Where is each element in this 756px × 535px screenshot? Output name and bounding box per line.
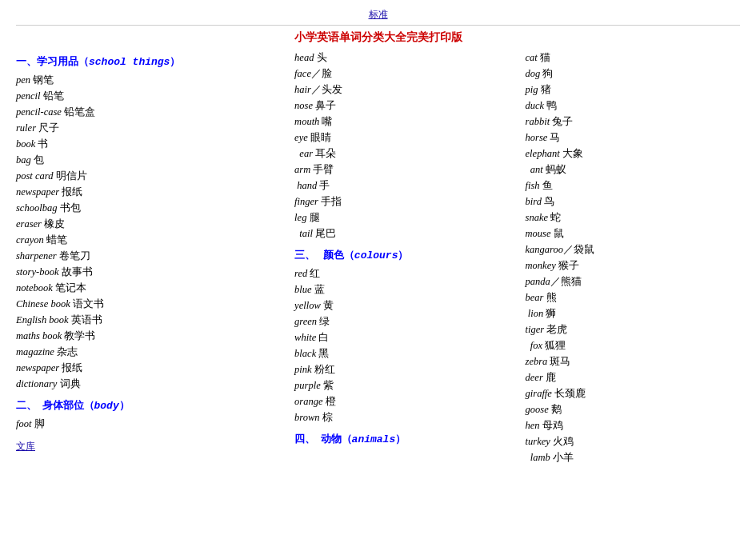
list-item: white 白 <box>294 329 509 345</box>
list-item: tiger 老虎 <box>526 321 740 337</box>
list-item: turkey 火鸡 <box>526 433 740 449</box>
col2-colours-header: 三、 颜色（colours） <box>294 248 509 262</box>
list-item: duck 鸭 <box>526 98 740 114</box>
bottom-link[interactable]: 文库 <box>16 440 278 453</box>
col1-section-body: 二、 身体部位（body） foot 脚 <box>16 398 278 432</box>
list-item: snake 蛇 <box>526 210 740 226</box>
col1-section-school: 一、学习用品（school things） pen 钢笔 pencil 铅笔 p… <box>16 54 278 392</box>
list-item: fish 鱼 <box>526 178 740 194</box>
list-item: tail 尾巴 <box>294 226 509 242</box>
list-item: bear 熊 <box>526 289 740 305</box>
list-item: mouth 嘴 <box>294 114 509 130</box>
list-item: hen 母鸡 <box>526 417 740 433</box>
list-item: eraser 橡皮 <box>16 216 278 232</box>
list-item: pencil 铅笔 <box>16 88 278 104</box>
top-bar: 标准 <box>16 8 740 26</box>
list-item: green 绿 <box>294 313 509 329</box>
col3-animals-items: cat 猫 dog 狗 pig 猪 duck 鸭 rabbit 兔子 horse… <box>526 50 740 465</box>
list-item: blue 蓝 <box>294 281 509 297</box>
list-item: elephant 大象 <box>526 146 740 162</box>
list-item: face／脸 <box>294 66 509 82</box>
list-item: bag 包 <box>16 152 278 168</box>
list-item: orange 橙 <box>294 393 509 409</box>
list-item: notebook 笔记本 <box>16 280 278 296</box>
list-item: newspaper 报纸 <box>16 184 278 200</box>
list-item: pig 猪 <box>526 82 740 98</box>
list-item: magazine 杂志 <box>16 344 278 360</box>
list-item: monkey 猴子 <box>526 258 740 273</box>
list-item: giraffe 长颈鹿 <box>526 385 740 401</box>
list-item: lion 狮 <box>526 305 740 321</box>
col2-section-colours: 三、 颜色（colours） red 红 blue 蓝 yellow 黄 gre… <box>294 248 509 425</box>
col2-section-animals: 四、 动物（animals） <box>294 432 509 446</box>
col3: cat 猫 dog 狗 pig 猪 duck 鸭 rabbit 兔子 horse… <box>518 50 740 465</box>
main-title: 小学英语单词分类大全完美打印版 <box>16 30 740 45</box>
list-item: deer 鹿 <box>526 369 740 385</box>
list-item: finger 手指 <box>294 194 509 210</box>
list-item: fox 狐狸 <box>526 337 740 353</box>
col2-animals-header: 四、 动物（animals） <box>294 432 509 446</box>
page-container: 标准 小学英语单词分类大全完美打印版 一、学习用品（school things）… <box>0 0 756 535</box>
col1: 一、学习用品（school things） pen 钢笔 pencil 铅笔 p… <box>16 50 286 465</box>
list-item: horse 马 <box>526 130 740 146</box>
list-item: rabbit 兔子 <box>526 114 740 130</box>
list-item: purple 紫 <box>294 377 509 393</box>
list-item: hand 手 <box>294 178 509 194</box>
list-item: newspaper 报纸 <box>16 360 278 376</box>
col2-body-items: head 头 face／脸 hair／头发 nose 鼻子 mouth 嘴 ey… <box>294 50 509 242</box>
list-item: ruler 尺子 <box>16 120 278 136</box>
list-item: lamb 小羊 <box>526 449 740 465</box>
list-item: nose 鼻子 <box>294 98 509 114</box>
list-item: red 红 <box>294 266 509 281</box>
list-item: pen 钢笔 <box>16 72 278 88</box>
list-item: eye 眼睛 <box>294 130 509 146</box>
list-item: cat 猫 <box>526 50 740 66</box>
list-item: kangaroo／袋鼠 <box>526 242 740 258</box>
list-item: mouse 鼠 <box>526 226 740 242</box>
list-item: head 头 <box>294 50 509 66</box>
list-item: crayon 蜡笔 <box>16 232 278 248</box>
list-item: yellow 黄 <box>294 297 509 313</box>
list-item: black 黑 <box>294 345 509 361</box>
col2: head 头 face／脸 hair／头发 nose 鼻子 mouth 嘴 ey… <box>286 50 517 465</box>
list-item: pencil-case 铅笔盒 <box>16 104 278 120</box>
list-item: story-book 故事书 <box>16 264 278 280</box>
list-item: leg 腿 <box>294 210 509 226</box>
list-item: sharpener 卷笔刀 <box>16 248 278 264</box>
list-item: post card 明信片 <box>16 168 278 184</box>
list-item: schoolbag 书包 <box>16 200 278 216</box>
list-item: zebra 斑马 <box>526 353 740 369</box>
list-item: Chinese book 语文书 <box>16 296 278 312</box>
list-item: ear 耳朵 <box>294 146 509 162</box>
list-item: English book 英语书 <box>16 312 278 328</box>
list-item: brown 棕 <box>294 409 509 425</box>
top-bar-label: 标准 <box>369 9 388 20</box>
list-item: bird 鸟 <box>526 194 740 210</box>
list-item: maths book 教学书 <box>16 328 278 344</box>
col1-body-header: 二、 身体部位（body） <box>16 398 278 413</box>
list-item: arm 手臂 <box>294 162 509 178</box>
list-item: book 书 <box>16 136 278 152</box>
list-item: hair／头发 <box>294 82 509 98</box>
list-item: pink 粉红 <box>294 361 509 377</box>
content-area: 一、学习用品（school things） pen 钢笔 pencil 铅笔 p… <box>16 50 740 465</box>
list-item: dog 狗 <box>526 66 740 82</box>
list-item: goose 鹅 <box>526 401 740 417</box>
col1-school-header: 一、学习用品（school things） <box>16 54 278 69</box>
list-item: dictionary 词典 <box>16 376 278 392</box>
list-item: foot 脚 <box>16 416 278 432</box>
list-item: panda／熊猫 <box>526 273 740 289</box>
list-item: ant 蚂蚁 <box>526 162 740 178</box>
